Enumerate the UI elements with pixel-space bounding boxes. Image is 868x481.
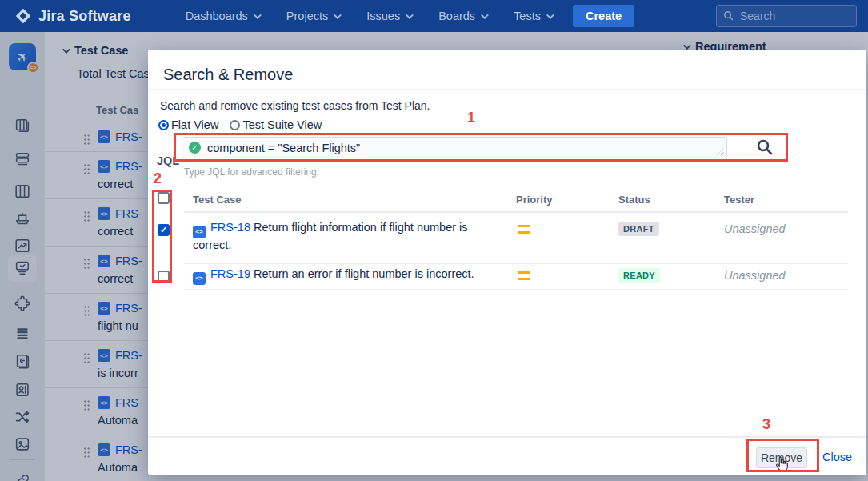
modal-title: Search & Remove: [163, 66, 293, 84]
nav-item-boards[interactable]: Boards: [438, 10, 486, 22]
create-button[interactable]: Create: [573, 5, 634, 27]
column-header-priority: Priority: [516, 194, 553, 206]
nav-item-issues[interactable]: Issues: [366, 10, 411, 22]
jira-diamond-icon: [14, 7, 32, 25]
issue-key-link[interactable]: FRS-19: [210, 267, 250, 280]
test-case-icon: <>: [193, 272, 206, 285]
top-nav: Jira Software Dashboards Projects Issues…: [0, 0, 868, 32]
test-suite-view-radio[interactable]: Test Suite View: [230, 118, 322, 131]
jql-helper-text: Type JQL for advanced filtering.: [184, 166, 319, 178]
chevron-down-icon: [406, 11, 414, 19]
status-badge: READY: [618, 268, 660, 283]
search-remove-modal: Search & Remove Search and remove existi…: [148, 50, 866, 475]
annotation-box-3: [746, 439, 819, 472]
jira-logo[interactable]: Jira Software: [14, 7, 131, 25]
chevron-down-icon: [546, 11, 554, 19]
close-button[interactable]: Close: [822, 451, 852, 463]
modal-footer-divider: [148, 436, 866, 438]
screen: Jira Software Dashboards Projects Issues…: [0, 0, 868, 481]
chevron-down-icon: [481, 11, 489, 19]
column-header-tester: Tester: [724, 194, 754, 206]
issue-key-link[interactable]: FRS-18: [210, 221, 250, 234]
brand-title: Jira Software: [38, 8, 131, 25]
chevron-down-icon: [254, 11, 262, 19]
column-header-status: Status: [618, 194, 650, 206]
nav-item-tests[interactable]: Tests: [514, 10, 552, 22]
annotation-number-3: 3: [762, 416, 770, 433]
row-summary-wrap: correct.: [193, 238, 231, 251]
status-badge: DRAFT: [618, 222, 659, 236]
priority-medium-icon: [518, 225, 530, 234]
global-search[interactable]: [716, 5, 857, 27]
annotation-number-2: 2: [154, 170, 162, 187]
tester-value: Unassigned: [724, 269, 786, 282]
priority-medium-icon: [518, 271, 530, 280]
nav-menu: Dashboards Projects Issues Boards Tests: [186, 10, 552, 22]
tester-value: Unassigned: [724, 222, 786, 235]
search-input[interactable]: [740, 10, 836, 22]
table-header-divider: [184, 211, 848, 213]
modal-description: Search and remove existing test cases fr…: [160, 99, 430, 112]
row-divider: [184, 263, 848, 264]
flat-view-radio[interactable]: Flat View: [158, 118, 218, 131]
row-divider: [184, 289, 848, 290]
search-icon: [723, 10, 734, 22]
column-header-test-case: Test Case: [193, 194, 241, 206]
table-row[interactable]: <>FRS-19 Return an error if flight numbe…: [193, 267, 474, 285]
annotation-number-1: 1: [467, 110, 475, 126]
nav-item-dashboards[interactable]: Dashboards: [186, 10, 259, 22]
view-options: Flat View Test Suite View: [158, 118, 322, 131]
annotation-box-2: [152, 190, 172, 283]
radio-unselected-icon: [230, 120, 240, 130]
modal-header-divider: [148, 89, 866, 90]
chevron-down-icon: [334, 11, 342, 19]
table-row[interactable]: <>FRS-18 Return flight information if fl…: [193, 221, 468, 238]
nav-item-projects[interactable]: Projects: [286, 10, 339, 22]
radio-selected-icon: [158, 120, 169, 130]
test-case-icon: <>: [193, 226, 206, 238]
annotation-box-1: [174, 133, 788, 162]
